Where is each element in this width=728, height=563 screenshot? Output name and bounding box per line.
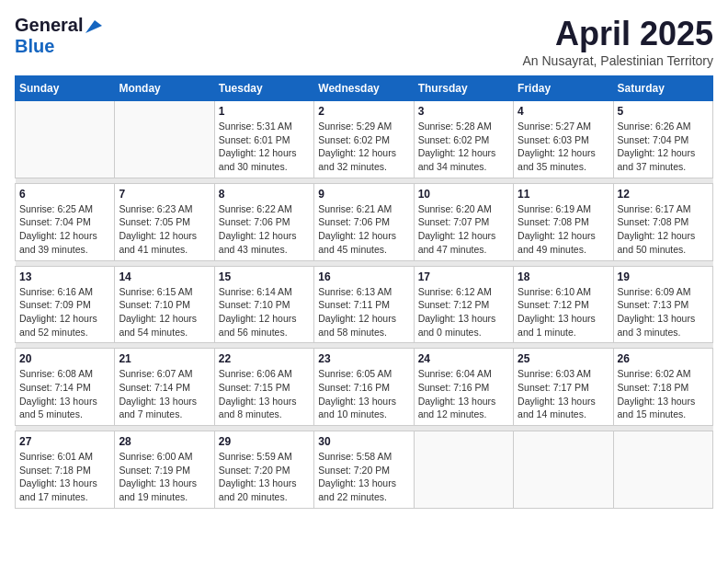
day-number: 7 (119, 188, 210, 201)
calendar-day-cell: 23Sunrise: 6:05 AMSunset: 7:16 PMDayligh… (314, 349, 414, 426)
calendar-day-cell: 30Sunrise: 5:58 AMSunset: 7:20 PMDayligh… (314, 431, 414, 509)
day-number: 27 (19, 435, 110, 448)
calendar-day-cell: 25Sunrise: 6:03 AMSunset: 7:17 PMDayligh… (514, 349, 613, 426)
day-info: Sunrise: 6:00 AMSunset: 7:19 PMDaylight:… (119, 450, 210, 504)
day-info: Sunrise: 6:13 AMSunset: 7:11 PMDaylight:… (318, 285, 409, 339)
calendar-day-cell: 29Sunrise: 5:59 AMSunset: 7:20 PMDayligh… (214, 431, 313, 509)
day-info: Sunrise: 5:58 AMSunset: 7:20 PMDaylight:… (318, 450, 409, 504)
calendar-day-cell: 10Sunrise: 6:20 AMSunset: 7:07 PMDayligh… (414, 183, 513, 260)
calendar: SundayMondayTuesdayWednesdayThursdayFrid… (15, 75, 713, 509)
day-number: 19 (618, 270, 709, 283)
calendar-body: 1Sunrise: 5:31 AMSunset: 6:01 PMDaylight… (16, 101, 713, 509)
day-info: Sunrise: 6:06 AMSunset: 7:15 PMDaylight:… (219, 367, 310, 421)
calendar-day-cell: 18Sunrise: 6:10 AMSunset: 7:12 PMDayligh… (514, 266, 613, 343)
day-number: 22 (219, 352, 310, 365)
day-info: Sunrise: 6:02 AMSunset: 7:18 PMDaylight:… (618, 367, 709, 421)
calendar-day-cell (16, 101, 115, 178)
calendar-header-sunday: Sunday (16, 76, 115, 101)
day-info: Sunrise: 6:23 AMSunset: 7:05 PMDaylight:… (119, 202, 210, 257)
day-info: Sunrise: 5:31 AMSunset: 6:01 PMDaylight:… (219, 120, 310, 174)
calendar-week-row: 13Sunrise: 6:16 AMSunset: 7:09 PMDayligh… (16, 266, 713, 343)
day-number: 16 (318, 270, 409, 283)
day-number: 30 (318, 435, 409, 448)
day-info: Sunrise: 6:26 AMSunset: 7:04 PMDaylight:… (618, 120, 709, 174)
day-info: Sunrise: 5:29 AMSunset: 6:02 PMDaylight:… (318, 120, 409, 174)
day-info: Sunrise: 6:14 AMSunset: 7:10 PMDaylight:… (219, 285, 310, 339)
day-number: 1 (219, 105, 310, 118)
day-info: Sunrise: 5:59 AMSunset: 7:20 PMDaylight:… (219, 450, 310, 504)
day-info: Sunrise: 6:20 AMSunset: 7:07 PMDaylight:… (418, 202, 509, 257)
calendar-header-thursday: Thursday (414, 76, 513, 101)
day-number: 12 (618, 188, 709, 201)
day-number: 11 (518, 188, 609, 201)
calendar-day-cell: 22Sunrise: 6:06 AMSunset: 7:15 PMDayligh… (214, 349, 313, 426)
day-number: 26 (618, 352, 709, 365)
calendar-header-friday: Friday (514, 76, 613, 101)
day-number: 23 (318, 352, 409, 365)
calendar-day-cell (414, 431, 513, 509)
calendar-day-cell: 14Sunrise: 6:15 AMSunset: 7:10 PMDayligh… (115, 266, 214, 343)
day-number: 6 (19, 188, 110, 201)
day-info: Sunrise: 5:27 AMSunset: 6:03 PMDaylight:… (518, 120, 609, 174)
day-info: Sunrise: 6:12 AMSunset: 7:12 PMDaylight:… (418, 285, 509, 339)
day-info: Sunrise: 6:22 AMSunset: 7:06 PMDaylight:… (219, 202, 310, 257)
day-number: 2 (318, 105, 409, 118)
day-number: 17 (418, 270, 509, 283)
day-info: Sunrise: 6:03 AMSunset: 7:17 PMDaylight:… (518, 367, 609, 421)
calendar-day-cell: 7Sunrise: 6:23 AMSunset: 7:05 PMDaylight… (115, 183, 214, 260)
day-info: Sunrise: 6:21 AMSunset: 7:06 PMDaylight:… (318, 202, 409, 257)
calendar-day-cell: 27Sunrise: 6:01 AMSunset: 7:18 PMDayligh… (16, 431, 115, 509)
logo-bird-icon (85, 20, 102, 33)
location-title: An Nusayrat, Palestinian Territory (523, 53, 714, 68)
logo-general-text: General (15, 15, 83, 36)
calendar-day-cell: 15Sunrise: 6:14 AMSunset: 7:10 PMDayligh… (214, 266, 313, 343)
calendar-day-cell: 1Sunrise: 5:31 AMSunset: 6:01 PMDaylight… (214, 101, 313, 178)
calendar-day-cell: 4Sunrise: 5:27 AMSunset: 6:03 PMDaylight… (514, 101, 613, 178)
calendar-day-cell: 5Sunrise: 6:26 AMSunset: 7:04 PMDaylight… (613, 101, 712, 178)
logo: General Blue (15, 15, 102, 57)
calendar-day-cell: 17Sunrise: 6:12 AMSunset: 7:12 PMDayligh… (414, 266, 513, 343)
calendar-day-cell: 6Sunrise: 6:25 AMSunset: 7:04 PMDaylight… (16, 183, 115, 260)
day-info: Sunrise: 6:19 AMSunset: 7:08 PMDaylight:… (518, 202, 609, 257)
calendar-week-row: 20Sunrise: 6:08 AMSunset: 7:14 PMDayligh… (16, 349, 713, 426)
calendar-week-row: 1Sunrise: 5:31 AMSunset: 6:01 PMDaylight… (16, 101, 713, 178)
day-number: 29 (219, 435, 310, 448)
day-info: Sunrise: 6:04 AMSunset: 7:16 PMDaylight:… (418, 367, 509, 421)
calendar-day-cell: 12Sunrise: 6:17 AMSunset: 7:08 PMDayligh… (613, 183, 712, 260)
calendar-day-cell (613, 431, 712, 509)
calendar-day-cell: 13Sunrise: 6:16 AMSunset: 7:09 PMDayligh… (16, 266, 115, 343)
day-info: Sunrise: 6:17 AMSunset: 7:08 PMDaylight:… (618, 202, 709, 257)
calendar-day-cell: 11Sunrise: 6:19 AMSunset: 7:08 PMDayligh… (514, 183, 613, 260)
day-info: Sunrise: 6:25 AMSunset: 7:04 PMDaylight:… (19, 202, 110, 257)
day-number: 8 (219, 188, 310, 201)
day-number: 4 (518, 105, 609, 118)
day-number: 20 (19, 352, 110, 365)
day-number: 5 (618, 105, 709, 118)
day-info: Sunrise: 6:08 AMSunset: 7:14 PMDaylight:… (19, 367, 110, 421)
day-info: Sunrise: 6:09 AMSunset: 7:13 PMDaylight:… (618, 285, 709, 339)
day-number: 13 (19, 270, 110, 283)
day-info: Sunrise: 6:15 AMSunset: 7:10 PMDaylight:… (119, 285, 210, 339)
calendar-header-tuesday: Tuesday (214, 76, 313, 101)
calendar-day-cell: 16Sunrise: 6:13 AMSunset: 7:11 PMDayligh… (314, 266, 414, 343)
calendar-day-cell: 24Sunrise: 6:04 AMSunset: 7:16 PMDayligh… (414, 349, 513, 426)
svg-marker-0 (85, 20, 102, 33)
calendar-day-cell: 28Sunrise: 6:00 AMSunset: 7:19 PMDayligh… (115, 431, 214, 509)
day-number: 25 (518, 352, 609, 365)
day-info: Sunrise: 6:05 AMSunset: 7:16 PMDaylight:… (318, 367, 409, 421)
day-number: 3 (418, 105, 509, 118)
calendar-header-wednesday: Wednesday (314, 76, 414, 101)
calendar-header-monday: Monday (115, 76, 214, 101)
calendar-day-cell: 8Sunrise: 6:22 AMSunset: 7:06 PMDaylight… (214, 183, 313, 260)
calendar-day-cell: 21Sunrise: 6:07 AMSunset: 7:14 PMDayligh… (115, 349, 214, 426)
day-number: 24 (418, 352, 509, 365)
day-info: Sunrise: 6:10 AMSunset: 7:12 PMDaylight:… (518, 285, 609, 339)
month-title: April 2025 (523, 15, 714, 53)
calendar-day-cell: 20Sunrise: 6:08 AMSunset: 7:14 PMDayligh… (16, 349, 115, 426)
calendar-day-cell: 19Sunrise: 6:09 AMSunset: 7:13 PMDayligh… (613, 266, 712, 343)
day-number: 18 (518, 270, 609, 283)
day-number: 21 (119, 352, 210, 365)
calendar-day-cell: 26Sunrise: 6:02 AMSunset: 7:18 PMDayligh… (613, 349, 712, 426)
calendar-header-row: SundayMondayTuesdayWednesdayThursdayFrid… (16, 76, 713, 101)
calendar-week-row: 6Sunrise: 6:25 AMSunset: 7:04 PMDaylight… (16, 183, 713, 260)
